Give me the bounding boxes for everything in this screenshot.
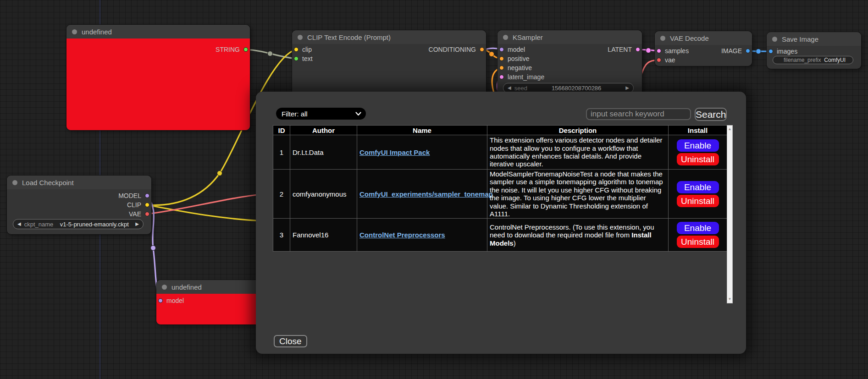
input-port-samples[interactable]: [657, 49, 661, 53]
input-port-positive[interactable]: [499, 56, 504, 61]
column-header-description: Description: [487, 126, 669, 135]
output-port-model[interactable]: [145, 193, 149, 198]
arrow-right-icon[interactable]: ▶: [135, 222, 139, 226]
input-port-images[interactable]: [768, 49, 773, 54]
output-port-clip[interactable]: [145, 203, 149, 207]
slot-label: positive: [508, 55, 529, 62]
output-port-image[interactable]: [746, 49, 750, 53]
output-port-latent[interactable]: [636, 47, 640, 52]
collapse-dot-icon[interactable]: [12, 180, 17, 185]
extension-link[interactable]: ControlNet Preprocessors: [359, 231, 445, 239]
widget-label: seed: [514, 85, 527, 92]
arrow-left-icon[interactable]: ◀: [508, 86, 511, 90]
widget-value[interactable]: 156680208700286: [527, 85, 625, 92]
collapse-dot-icon[interactable]: [72, 29, 77, 34]
chevron-down-icon: [355, 112, 361, 116]
input-port-latent-image[interactable]: [499, 75, 504, 79]
cell-author: comfyanonymous: [290, 170, 357, 219]
output-port-vae[interactable]: [145, 212, 149, 216]
collapse-dot-icon[interactable]: [772, 37, 777, 42]
slot-label: IMAGE: [721, 47, 742, 55]
input-port-clip[interactable]: [294, 47, 299, 52]
extension-link[interactable]: ComfyUI_experiments/sampler_tonemap: [359, 190, 493, 198]
extension-link[interactable]: ComfyUI Impact Pack: [359, 148, 430, 156]
uninstall-button[interactable]: Uninstall: [677, 236, 719, 248]
node-titlebar[interactable]: VAE Decode: [655, 31, 752, 45]
node-titlebar[interactable]: Save Image: [767, 32, 861, 46]
input-port-text[interactable]: [294, 56, 299, 61]
widget-label: filename_prefix: [784, 57, 821, 63]
node-load-checkpoint[interactable]: Load Checkpoint MODEL CLIP VAE ◀ ckpt_na…: [7, 176, 151, 234]
cell-author: Fannovel16: [290, 219, 357, 252]
filename-prefix-widget[interactable]: filename_prefix ComfyUI: [773, 56, 853, 64]
slot-label: text: [302, 55, 313, 62]
node-titlebar[interactable]: Load Checkpoint: [7, 176, 151, 189]
filter-select[interactable]: Filter: all: [276, 108, 366, 120]
input-port-model[interactable]: [158, 298, 163, 303]
enable-button[interactable]: Enable: [677, 181, 719, 193]
node-title: undefined: [171, 283, 202, 291]
node-body: STRING: [66, 38, 250, 130]
ckpt-name-widget[interactable]: ◀ ckpt_name v1-5-pruned-emaonly.ckpt ▶: [13, 219, 144, 229]
search-input[interactable]: [586, 108, 691, 120]
column-header-id: ID: [273, 126, 290, 135]
collapse-dot-icon[interactable]: [298, 35, 303, 40]
cell-id: 1: [273, 135, 290, 170]
output-port-string[interactable]: [243, 47, 248, 52]
cell-install: Enable Uninstall: [669, 219, 727, 252]
search-button[interactable]: Search: [695, 108, 727, 121]
node-titlebar[interactable]: undefined: [66, 25, 250, 38]
widget-value[interactable]: v1-5-pruned-emaonly.ckpt: [53, 221, 135, 228]
input-port-vae[interactable]: [657, 58, 661, 62]
node-title: KSampler: [513, 33, 543, 41]
column-header-author: Author: [290, 126, 357, 135]
extensions-table: ID Author Name Description Install 1 Dr.…: [273, 125, 727, 252]
cell-description: This extension offers various detector n…: [487, 135, 669, 170]
cell-description: ControlNet Preprocessors. (To use this e…: [487, 219, 669, 252]
enable-button[interactable]: Enable: [677, 139, 719, 152]
slot-label: vae: [665, 56, 675, 64]
table-row: 1 Dr.Lt.Data ComfyUI Impact Pack This ex…: [273, 135, 727, 170]
node-titlebar[interactable]: CLIP Text Encode (Prompt): [292, 30, 486, 44]
node-undefined-1[interactable]: undefined STRING: [66, 25, 250, 130]
input-port-negative[interactable]: [499, 66, 504, 70]
node-titlebar[interactable]: KSampler: [498, 30, 642, 44]
output-port-conditioning[interactable]: [480, 47, 484, 52]
uninstall-button[interactable]: Uninstall: [677, 195, 719, 207]
cell-description: ModelSamplerTonemapNoiseTest a node that…: [487, 170, 669, 219]
collapse-dot-icon[interactable]: [660, 36, 665, 41]
node-title: Load Checkpoint: [22, 179, 74, 187]
widget-value[interactable]: ComfyUI: [821, 57, 849, 63]
slot-label: CLIP: [127, 201, 141, 209]
table-scrollbar[interactable]: ▲ ▼: [727, 125, 733, 303]
slot-label: VAE: [129, 210, 141, 218]
scroll-down-icon[interactable]: ▼: [727, 297, 732, 301]
node-ksampler[interactable]: KSampler model positive negative latent_…: [498, 30, 642, 99]
node-body: samples vae IMAGE: [655, 45, 752, 66]
extensions-table-container: ID Author Name Description Install 1 Dr.…: [273, 125, 733, 303]
node-body: model positive negative latent_image LAT…: [498, 44, 642, 99]
widget-label: ckpt_name: [24, 221, 54, 228]
wire-reroute-dot: [217, 171, 222, 176]
scroll-up-icon[interactable]: ▲: [727, 127, 732, 131]
node-title: VAE Decode: [670, 34, 709, 42]
uninstall-button[interactable]: Uninstall: [677, 153, 719, 165]
collapse-dot-icon[interactable]: [503, 35, 508, 40]
node-title: CLIP Text Encode (Prompt): [307, 33, 391, 41]
close-button[interactable]: Close: [274, 335, 307, 347]
cell-install: Enable Uninstall: [669, 170, 727, 219]
arrow-right-icon[interactable]: ▶: [625, 86, 629, 90]
arrow-left-icon[interactable]: ◀: [17, 222, 21, 226]
input-port-model[interactable]: [499, 47, 504, 52]
enable-button[interactable]: Enable: [677, 222, 719, 234]
slot-label: STRING: [216, 46, 240, 53]
collapse-dot-icon[interactable]: [162, 285, 167, 290]
cell-install: Enable Uninstall: [669, 135, 727, 170]
wire-reroute-dot: [756, 49, 761, 54]
node-title: undefined: [82, 28, 112, 36]
slot-label: clip: [302, 46, 312, 53]
node-save-image[interactable]: Save Image images filename_prefix ComfyU…: [767, 32, 861, 69]
install-custom-nodes-dialog: Filter: all Search ID Author Name Descri…: [256, 92, 746, 354]
node-vae-decode[interactable]: VAE Decode samples vae IMAGE: [655, 31, 752, 66]
table-row: 3 Fannovel16 ControlNet Preprocessors Co…: [273, 219, 727, 252]
